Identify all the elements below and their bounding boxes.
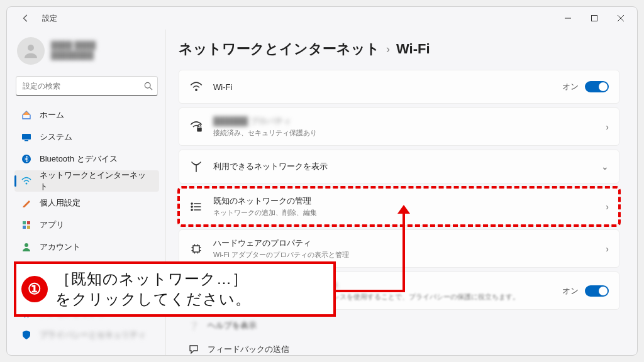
annotation-badge: ① — [21, 276, 48, 302]
search-input[interactable] — [16, 76, 158, 96]
svg-point-19 — [191, 209, 192, 211]
svg-rect-0 — [592, 16, 597, 21]
back-button[interactable] — [16, 8, 36, 28]
paint-icon — [21, 197, 32, 209]
chevron-down-icon: ⌄ — [601, 162, 609, 172]
nav-label: ネットワークとインターネット — [40, 170, 153, 192]
random-hw-toggle[interactable] — [585, 285, 609, 297]
svg-point-15 — [195, 89, 197, 91]
svg-point-6 — [25, 183, 27, 185]
titlebar: 設定 — [7, 7, 637, 30]
svg-rect-16 — [197, 128, 202, 131]
wifi-icon — [189, 80, 203, 93]
nav-personalize[interactable]: 個人用設定 — [14, 192, 159, 214]
window-title: 設定 — [42, 13, 57, 24]
nav-label: 個人用設定 — [40, 197, 80, 209]
wifi-toggle[interactable] — [585, 81, 609, 92]
card-wifi-toggle[interactable]: Wi-Fi オン — [179, 70, 619, 104]
feedback-icon — [189, 344, 199, 354]
svg-rect-4 — [25, 140, 28, 141]
search-box[interactable] — [16, 76, 158, 96]
bluetooth-icon — [21, 153, 32, 165]
card-available-networks[interactable]: 利用できるネットワークを表示 ⌄ — [179, 150, 619, 184]
card-sub: 接続済み、セキュリティ保護あり — [213, 128, 596, 138]
nav-account[interactable]: アカウント — [14, 236, 159, 258]
person-icon — [21, 41, 40, 60]
svg-rect-3 — [22, 134, 31, 140]
nav-label: システム — [40, 131, 72, 143]
chip-icon — [189, 243, 203, 255]
antenna-icon — [189, 160, 203, 173]
feedback-link[interactable]: フィードバックの送信 — [179, 337, 619, 355]
shield-icon — [21, 329, 32, 341]
breadcrumb-parent[interactable]: ネットワークとインターネット — [179, 40, 380, 58]
nav-update[interactable]: Windows Update — [14, 346, 159, 350]
system-icon — [21, 131, 32, 143]
svg-point-17 — [191, 203, 192, 204]
search-icon — [144, 82, 153, 90]
svg-point-18 — [191, 206, 192, 207]
nav-label: アカウント — [40, 241, 80, 253]
nav-home[interactable]: ホーム — [14, 104, 159, 126]
svg-rect-7 — [23, 221, 26, 224]
wifi-lock-icon — [189, 121, 203, 133]
nav-network[interactable]: ネットワークとインターネット — [14, 170, 159, 192]
nav-label: Bluetooth とデバイス — [40, 153, 118, 165]
help-link[interactable]: ❔ヘルプを表示 — [179, 314, 619, 337]
svg-rect-20 — [193, 246, 199, 252]
nav-privacy[interactable]: プライバシーとセキュリティ — [14, 324, 159, 346]
account-icon — [21, 241, 32, 253]
svg-point-1 — [28, 45, 34, 51]
svg-rect-8 — [27, 221, 30, 224]
minimize-button[interactable] — [555, 9, 580, 27]
window-controls — [555, 9, 633, 27]
card-title: 利用できるネットワークを表示 — [213, 161, 591, 172]
nav-system[interactable]: システム — [14, 126, 159, 148]
annotation-callout: ① ［既知のネットワーク…］ をクリックしてください。 — [14, 261, 336, 317]
list-icon — [189, 200, 203, 213]
nav-bluetooth[interactable]: Bluetooth とデバイス — [14, 148, 159, 170]
card-title: Wi-Fi — [213, 82, 552, 92]
maximize-button[interactable] — [582, 9, 607, 27]
wifi-icon — [21, 175, 32, 187]
annotation-arrow-head — [397, 205, 410, 214]
annotation-arrow-h — [333, 290, 405, 292]
user-block[interactable]: ████ ████████████ — [13, 32, 160, 74]
nav-apps[interactable]: アプリ — [14, 214, 159, 236]
chevron-right-icon: › — [606, 122, 609, 132]
feedback-label: フィードバックの送信 — [208, 344, 289, 355]
minimize-icon — [565, 15, 571, 21]
toggle-state: オン — [562, 81, 579, 92]
breadcrumb-current: Wi-Fi — [396, 41, 430, 57]
toggle-state: オン — [562, 285, 579, 297]
chevron-right-icon: › — [386, 43, 390, 56]
arrow-left-icon — [21, 14, 30, 23]
nav-label: プライバシーとセキュリティ — [40, 329, 146, 341]
card-title: ██████ プロパティ — [213, 116, 596, 127]
annotation-arrow-v — [402, 211, 405, 292]
avatar — [17, 37, 45, 65]
annotation-text: ［既知のネットワーク…］ をクリックしてください。 — [55, 269, 251, 310]
close-icon — [618, 15, 624, 21]
breadcrumb: ネットワークとインターネット › Wi-Fi — [179, 35, 619, 70]
nav-label: ホーム — [40, 109, 64, 121]
nav-label: アプリ — [40, 219, 64, 231]
svg-point-11 — [25, 243, 28, 247]
chevron-right-icon: › — [606, 202, 609, 212]
svg-point-2 — [145, 82, 150, 88]
svg-rect-10 — [27, 226, 30, 229]
card-network-properties[interactable]: ██████ プロパティ接続済み、セキュリティ保護あり › — [179, 107, 619, 146]
svg-rect-9 — [23, 226, 26, 229]
chevron-right-icon: › — [606, 244, 609, 254]
close-button[interactable] — [608, 9, 633, 27]
user-name: ████ ████████████ — [51, 41, 96, 60]
help-icon: ❔ — [189, 321, 199, 331]
apps-icon — [21, 219, 32, 231]
home-icon — [21, 109, 32, 121]
maximize-icon — [591, 15, 597, 21]
